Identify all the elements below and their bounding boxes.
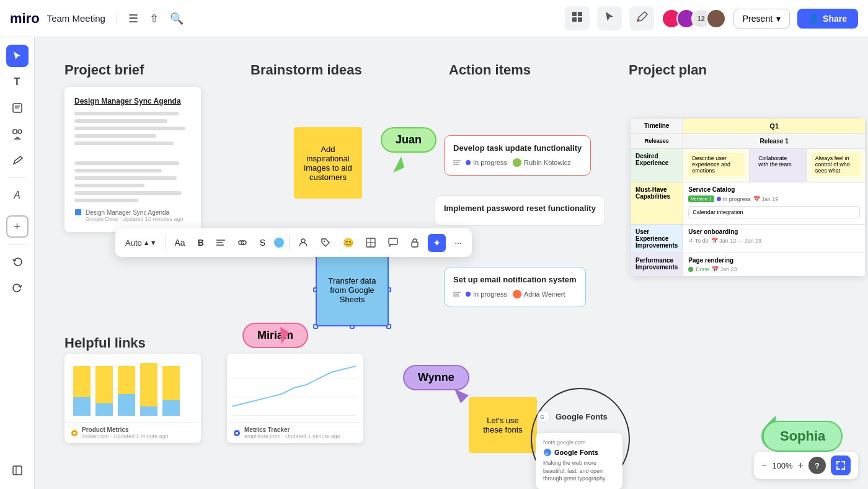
mini-card-1: Describe user experience and emotions (688, 153, 744, 176)
add-tool[interactable]: + (6, 215, 29, 238)
panel-toggle[interactable] (6, 459, 29, 482)
desired-exp-label: Desired Experience (631, 149, 683, 182)
svg-rect-22 (389, 238, 397, 244)
svg-point-31 (73, 432, 76, 434)
sticky-blue-container: Transfer data from Google Sheets (316, 253, 389, 326)
sticky-fonts[interactable]: Let's use these fonts (469, 397, 537, 453)
present-button[interactable]: Present ▾ (733, 9, 790, 29)
action-card-3-title: Set up email notification system (453, 275, 577, 284)
chart-1-card: Product Metrics looker.com · Updated 1 m… (64, 354, 201, 443)
avatar-3 (706, 9, 726, 29)
cal-integration: Calendar integration (688, 206, 860, 218)
action-card-1-meta: In progress Rubin Kotowicz (453, 158, 582, 168)
bubble-juan: Juan (381, 127, 436, 153)
zoom-in-button[interactable]: + (798, 460, 804, 471)
note-tool[interactable] (6, 97, 29, 119)
zoom-out-button[interactable]: − (761, 460, 767, 471)
gf-card-icon: G (543, 448, 552, 457)
svg-rect-13 (75, 209, 81, 215)
nav-icons: ☰ ⇧ 🔍 (128, 12, 184, 25)
board-title[interactable]: Team Meeting (47, 13, 117, 24)
status-badge-1: In progress (466, 159, 507, 166)
cursor-tool-button[interactable] (597, 6, 622, 30)
brief-card-title: Design Manager Sync Agenda (74, 97, 191, 105)
floating-toolbar: Auto ▲▼ Aa B S 😊 ✦ ··· (115, 228, 472, 257)
action-card-3-meta: In progress Adria Weinert (453, 289, 577, 299)
bottom-zoom-bar: − 100% + ? (754, 452, 858, 479)
pen-tool[interactable] (6, 149, 29, 171)
search-icon[interactable]: 🔍 (170, 12, 184, 25)
sticky-blue[interactable]: Transfer data from Google Sheets (316, 253, 389, 326)
svg-point-4 (637, 19, 639, 21)
ft-lock[interactable] (407, 235, 423, 250)
service-catalog: Service Catalog (688, 186, 860, 193)
section-project-plan: Project plan (629, 62, 707, 78)
svg-point-36 (236, 432, 238, 434)
cursor-tool[interactable] (6, 45, 29, 67)
brief-card: Design Manager Sync Agenda Design Manage… (64, 87, 201, 232)
section-helpful-links: Helpful links (64, 335, 146, 351)
ft-link[interactable] (234, 236, 251, 249)
shapes-tool[interactable] (6, 123, 29, 145)
miriam-arrow (277, 323, 292, 344)
menu-icon[interactable]: ☰ (128, 12, 138, 25)
section-action-items: Action items (449, 62, 531, 78)
bar-chart (64, 354, 201, 422)
ft-font[interactable]: Aa (171, 235, 189, 250)
canvas: Project brief Brainstorm ideas Action it… (35, 37, 868, 489)
project-plan-table: Timeline Q1 Releases Release 1 Desired E… (630, 118, 866, 277)
bubble-miriam: Miriam (242, 323, 308, 348)
ft-user[interactable] (294, 235, 312, 250)
line-chart (227, 354, 363, 422)
left-toolbar: T A + (0, 37, 35, 489)
action-card-3: Set up email notification system In prog… (444, 267, 586, 307)
section-project-brief: Project brief (64, 62, 144, 78)
ft-comment[interactable] (384, 235, 402, 250)
redo-button[interactable] (6, 277, 29, 299)
mini-card-2: Collaborate with the team (755, 153, 801, 170)
version-badge: Version 1 (688, 195, 714, 202)
google-fonts-logo-row: G Google Fonts (537, 410, 608, 423)
ft-table[interactable] (362, 235, 379, 250)
svg-rect-11 (13, 466, 22, 475)
page-rendering: Page rendering (688, 257, 860, 264)
marker-tool-button[interactable] (629, 6, 654, 30)
svg-text:G: G (540, 414, 544, 420)
text-tool-2[interactable]: A (6, 184, 29, 207)
svg-point-18 (324, 241, 325, 242)
svg-rect-8 (13, 130, 17, 133)
expand-button[interactable] (831, 455, 851, 475)
ft-bold[interactable]: B (194, 235, 208, 250)
text-tool[interactable]: T (6, 71, 29, 93)
upload-icon[interactable]: ⇧ (149, 12, 159, 25)
undo-button[interactable] (6, 251, 29, 273)
ft-color[interactable] (274, 238, 284, 248)
ft-magic[interactable]: ✦ (428, 234, 446, 252)
action-card-2: Implement password reset functionality (435, 195, 605, 226)
sophia-bubble: Sophia (763, 421, 843, 452)
ft-align[interactable] (213, 236, 229, 249)
status-badge-3: In progress (466, 290, 507, 298)
ft-more[interactable]: ··· (451, 235, 466, 250)
svg-point-9 (18, 130, 22, 133)
ft-tag[interactable] (317, 235, 334, 250)
apps-button[interactable] (565, 6, 590, 30)
ft-strike[interactable]: S (256, 235, 269, 250)
ft-emoji[interactable]: 😊 (339, 235, 357, 250)
chart-2-card: Metrics Tracker amplitude.com · Updated … (227, 354, 363, 443)
action-card-1-title: Develop task update functionality (453, 143, 582, 153)
ft-auto[interactable]: Auto ▲▼ (122, 236, 161, 250)
svg-text:G: G (545, 451, 548, 455)
app-logo: miro (10, 11, 40, 27)
zoom-level: 100% (772, 461, 792, 470)
avatar-group: 12 (662, 9, 726, 29)
help-button[interactable]: ? (808, 457, 826, 474)
section-brainstorm: Brainstorm ideas (250, 62, 362, 78)
google-fonts-card: fonts.google.com G Google Fonts Making t… (536, 433, 622, 489)
action-card-1: Develop task update functionality In pro… (444, 135, 591, 176)
sticky-yellow[interactable]: Add inspirational images to aid customer… (294, 127, 362, 199)
google-fonts-icon: G (537, 410, 551, 423)
share-button[interactable]: 👤 Share (797, 9, 858, 29)
ux-label: User Experience Improvements (631, 225, 683, 253)
svg-rect-1 (578, 12, 582, 16)
